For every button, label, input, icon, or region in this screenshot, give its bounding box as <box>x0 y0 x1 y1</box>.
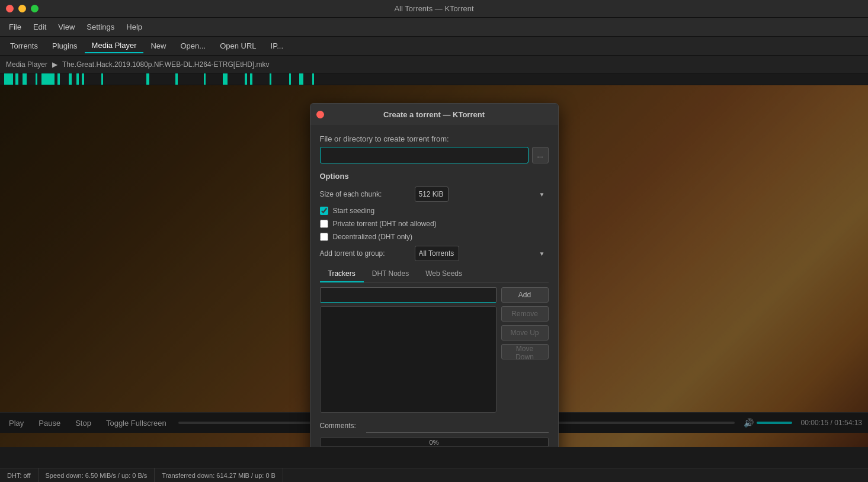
menu-help[interactable]: Help <box>120 20 148 34</box>
file-label: File or directory to create torrent from… <box>320 134 549 143</box>
tracker-list[interactable] <box>320 306 497 413</box>
private-torrent-checkbox[interactable] <box>320 220 328 228</box>
tracker-right-panel: Add Remove Move Up Move Down <box>501 287 549 413</box>
maximize-button[interactable] <box>31 5 39 12</box>
window-title: All Torrents — KTorrent <box>394 4 473 13</box>
tab-plugins[interactable]: Plugins <box>45 39 85 53</box>
chunk-size-row: Size of each chunk: 512 KiB 256 KiB 1 Mi… <box>320 187 549 202</box>
timeline-bar[interactable] <box>0 73 868 85</box>
dialog-overlay: Create a torrent — KTorrent File or dire… <box>0 85 868 447</box>
menu-view[interactable]: View <box>52 20 81 34</box>
group-row: Add torrent to group: All Torrents ▼ <box>320 246 549 261</box>
tab-torrents[interactable]: Torrents <box>3 39 45 53</box>
dialog-progress-text: 0% <box>430 439 439 446</box>
tabbar: Torrents Plugins Media Player New Open..… <box>0 37 868 56</box>
status-dht: DHT: off <box>0 468 39 482</box>
close-button[interactable] <box>6 5 14 12</box>
tab-trackers[interactable]: Trackers <box>320 266 364 282</box>
tab-ip[interactable]: IP... <box>264 39 290 53</box>
private-torrent-row: Private torrent (DHT not allowed) <box>320 220 549 228</box>
menu-edit[interactable]: Edit <box>27 20 52 34</box>
tab-dht-nodes[interactable]: DHT Nodes <box>364 266 417 282</box>
dialog-progress-bar: 0% <box>320 438 549 447</box>
group-select-wrapper: All Torrents ▼ <box>415 246 549 261</box>
folder-icon: ... <box>537 151 543 159</box>
tracker-move-up-button[interactable]: Move Up <box>501 325 549 340</box>
chunk-size-select[interactable]: 512 KiB 256 KiB 1 MiB 2 MiB <box>415 187 449 202</box>
inner-tabs: Trackers DHT Nodes Web Seeds <box>320 266 549 282</box>
start-seeding-checkbox[interactable] <box>320 207 328 215</box>
create-torrent-dialog: Create a torrent — KTorrent File or dire… <box>310 103 559 447</box>
group-select-arrow: ▼ <box>539 250 545 257</box>
breadcrumb-file: The.Great.Hack.2019.1080p.NF.WEB-DL.H264… <box>62 60 269 69</box>
tab-new[interactable]: New <box>143 39 173 53</box>
window-controls <box>6 5 39 12</box>
tab-open[interactable]: Open... <box>174 39 213 53</box>
chunk-label: Size of each chunk: <box>320 190 415 198</box>
dialog-progress-row: 0% <box>320 438 549 447</box>
tab-web-seeds[interactable]: Web Seeds <box>417 266 470 282</box>
decentralized-checkbox[interactable] <box>320 233 328 241</box>
titlebar: All Torrents — KTorrent <box>0 0 868 18</box>
dialog-body: File or directory to create torrent from… <box>310 125 558 447</box>
dialog-close-button[interactable] <box>316 111 324 118</box>
status-transferred: Transferred down: 614.27 MiB / up: 0 B <box>155 468 283 482</box>
menu-file[interactable]: File <box>3 20 27 34</box>
dialog-title: Create a torrent — KTorrent <box>383 110 485 119</box>
menubar: File Edit View Settings Help <box>0 18 868 37</box>
tracker-move-down-button[interactable]: Move Down <box>501 344 549 359</box>
options-title: Options <box>320 172 549 181</box>
status-bar: DHT: off Speed down: 6.50 MiB/s / up: 0 … <box>0 468 868 482</box>
tracker-url-input[interactable] <box>320 287 497 303</box>
decentralized-row: Decentralized (DHT only) <box>320 233 549 241</box>
tracker-remove-button[interactable]: Remove <box>501 306 549 322</box>
chunk-select-wrapper: 512 KiB 256 KiB 1 MiB 2 MiB ▼ <box>415 187 549 202</box>
comments-input[interactable] <box>366 419 549 433</box>
decentralized-label[interactable]: Decentralized (DHT only) <box>333 233 413 241</box>
group-label: Add torrent to group: <box>320 249 415 258</box>
tab-open-url[interactable]: Open URL <box>213 39 263 53</box>
start-seeding-row: Start seeding <box>320 207 549 215</box>
tracker-panel: Add Remove Move Up Move Down <box>320 287 549 413</box>
status-speed: Speed down: 6.50 MiB/s / up: 0 B/s <box>39 468 155 482</box>
main-area: Play Pause Stop Toggle Fullscreen 🔊 00:0… <box>0 85 868 447</box>
minimize-button[interactable] <box>18 5 26 12</box>
file-input-row: ... <box>320 147 549 163</box>
file-browse-button[interactable]: ... <box>532 147 549 163</box>
comments-label: Comments: <box>320 422 361 430</box>
start-seeding-label[interactable]: Start seeding <box>333 207 375 215</box>
private-torrent-label[interactable]: Private torrent (DHT not allowed) <box>333 220 437 228</box>
breadcrumb-separator: ▶ <box>52 60 57 69</box>
chunk-select-arrow: ▼ <box>539 191 545 198</box>
breadcrumb-bar: Media Player ▶ The.Great.Hack.2019.1080p… <box>0 56 868 73</box>
dialog-titlebar: Create a torrent — KTorrent <box>310 104 558 125</box>
tab-media-player[interactable]: Media Player <box>85 38 144 53</box>
tracker-add-button[interactable]: Add <box>501 287 549 303</box>
file-input[interactable] <box>320 147 529 163</box>
breadcrumb-media-player: Media Player <box>6 60 47 69</box>
tracker-left-panel <box>320 287 497 413</box>
menu-settings[interactable]: Settings <box>81 20 120 34</box>
group-select[interactable]: All Torrents <box>415 246 459 261</box>
comments-row: Comments: <box>320 419 549 433</box>
